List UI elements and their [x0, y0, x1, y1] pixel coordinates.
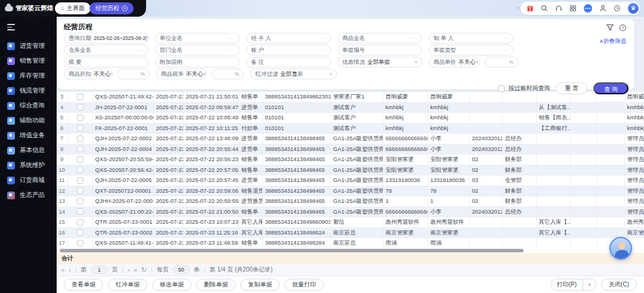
query-button[interactable]: 查 询	[593, 82, 628, 94]
table-row[interactable]: 9QXS-202507-20:55:59-000022025-07-222025…	[57, 155, 644, 165]
row-checkbox[interactable]	[77, 240, 83, 246]
filter-remark[interactable]: 备 注	[246, 57, 331, 67]
product-discount-percent-input[interactable]: %	[117, 69, 150, 79]
table-row[interactable]: 14QXS-202507-21:00:22-000032025-07-22202…	[57, 206, 644, 217]
sidebar-item-cashflow[interactable]: 钱流管理	[0, 84, 57, 98]
menu-toggle-icon[interactable]	[7, 24, 15, 30]
prev-page-button[interactable]: ‹	[69, 267, 71, 273]
row-checkbox[interactable]	[77, 208, 83, 215]
table-row[interactable]: 11QJH-2025-07-22-00052025-07-222025-07-2…	[57, 175, 644, 186]
filter-extra-note[interactable]: 附加说明	[155, 57, 240, 67]
sidebar-item-sales[interactable]: 销售管理	[0, 54, 57, 69]
table-row[interactable]: 7QJH-2025-07-22-00022025-07-222025-07-22…	[57, 134, 644, 144]
table-row[interactable]: 8QJH-2025-07-22-00042025-07-222025-07-22…	[57, 144, 644, 155]
row-checkbox[interactable]	[77, 198, 83, 205]
row-checkbox[interactable]	[77, 187, 83, 194]
table-row[interactable]: 5XS-202507-00:00:00-000012025-07-222025-…	[57, 113, 644, 124]
row-checkbox[interactable]	[77, 115, 83, 121]
print-button[interactable]: 打印(P)	[551, 279, 583, 290]
row-checkbox[interactable]	[77, 94, 83, 100]
apps-icon[interactable]	[569, 5, 577, 12]
message-icon[interactable]: •••	[584, 4, 592, 13]
batch-print-button[interactable]: 批量打印	[284, 279, 324, 291]
sidebar-item-auxiliary[interactable]: 辅助功能	[0, 113, 57, 128]
tab-close-icon[interactable]: ×	[122, 5, 128, 11]
table-row[interactable]: 6FK-2025-07-22-00012025-07-222025-07-22 …	[57, 123, 644, 134]
print-dropdown-icon[interactable]: ∨	[583, 279, 596, 290]
row-checkbox[interactable]	[77, 125, 83, 131]
sidebar-item-inventory[interactable]: 库存管理	[0, 69, 57, 84]
refresh-icon[interactable]: ↻	[141, 266, 147, 274]
help-icon[interactable]: ?	[620, 24, 626, 31]
filter-unit-name[interactable]: 单位全名···	[155, 33, 240, 44]
row-checkbox[interactable]	[77, 104, 83, 110]
filter-product-name[interactable]: 商品全名···	[338, 33, 422, 44]
filter-maker[interactable]: 制 单 人···	[429, 33, 513, 44]
sidebar-item-basic-info[interactable]: 基本信息	[0, 143, 57, 158]
table-row[interactable]: 12QXT-20250722-000012025-07-222025-07-22…	[57, 186, 644, 196]
row-checkbox[interactable]	[77, 177, 83, 184]
red-flush-doc-button[interactable]: 红冲单据	[108, 279, 147, 291]
next-page-button[interactable]: ›	[128, 267, 129, 273]
filter-doc-type[interactable]: 单据类型···	[429, 45, 513, 55]
filter-date-range[interactable]: 查询日期 2025-02-26~2025-08-2	[64, 33, 148, 44]
sidebar-item-mall[interactable]: 订货商城	[0, 173, 57, 188]
first-page-button[interactable]: «	[61, 267, 65, 273]
sidebar-item-query[interactable]: 综合查询	[0, 98, 57, 113]
table-row[interactable]: 15QTR-2025-07-23-00012025-07-232025-07-2…	[57, 217, 644, 228]
filter-handler[interactable]: 经 手 人···	[246, 33, 331, 44]
table-row[interactable]: 17QXS-202507-11:49:41-000032025-07-23202…	[57, 238, 644, 249]
collapse-filter-link[interactable]: ∧折叠筛选	[599, 38, 626, 45]
delete-doc-button[interactable]: 删除单据	[196, 279, 236, 291]
table-row[interactable]: 13QJHH-2025-07-22-00012025-07-222025-07-…	[57, 196, 644, 207]
row-checkbox[interactable]	[77, 135, 83, 142]
tab-business-history[interactable]: 经营历程 ×	[89, 2, 134, 14]
filter-doc-no[interactable]: 单据编号	[338, 45, 422, 55]
view-doc-button[interactable]: 查看单据	[64, 279, 103, 291]
filter-product-discount[interactable]: 商品折扣不关心∨	[64, 69, 113, 79]
search-icon[interactable]	[541, 5, 548, 12]
row-checkbox[interactable]	[77, 219, 83, 226]
close-button[interactable]: 关闭(C)	[601, 279, 637, 291]
tab-home[interactable]: ⌂ 主界面	[55, 2, 91, 14]
filter-warehouse[interactable]: 仓库全名···	[64, 45, 148, 55]
row-checkbox[interactable]	[77, 146, 83, 152]
filter-tax-rate[interactable]: 商品税率不关心∨	[156, 69, 207, 79]
table-row[interactable]: 16QTR-2025-07-23-00022025-07-232025-07-2…	[57, 227, 644, 238]
pagination-bar: « ‹ | 第 1 页 | › » ↻ | 每页 50 条 | 第 1/4 页 …	[57, 264, 644, 276]
row-checkbox[interactable]	[77, 229, 83, 236]
headset-icon[interactable]	[555, 5, 562, 12]
edit-doc-button[interactable]: 修改单据	[152, 279, 191, 291]
layout-icon[interactable]: ∷	[516, 5, 520, 12]
sidebar-item-system[interactable]: 系统维护	[0, 158, 57, 173]
sidebar-item-purchase[interactable]: 进货管理	[0, 39, 57, 54]
clock-icon[interactable]	[614, 5, 621, 12]
filter-discount-status[interactable]: 优惠情况全部单据∨	[338, 57, 422, 67]
support-avatar[interactable]	[609, 237, 632, 260]
page-size-input[interactable]: 50	[173, 266, 190, 274]
row-checkbox[interactable]	[77, 166, 83, 173]
tax-rate-percent-input[interactable]: %	[212, 69, 244, 79]
user-icon[interactable]	[599, 5, 606, 12]
table-row[interactable]: 10QXS-202507-20:56:42-000022025-07-22202…	[57, 165, 644, 175]
last-page-button[interactable]: »	[134, 267, 137, 273]
table-row[interactable]: 4JH-2025-07-22-00012025-07-222025-07-22 …	[57, 102, 644, 113]
row-checkbox[interactable]	[77, 156, 83, 163]
copy-doc-button[interactable]: 复制单据	[240, 279, 280, 291]
unit-price-percent-input[interactable]: %	[485, 57, 518, 67]
sidebar-item-value-added[interactable]: 增值业务	[0, 128, 57, 143]
gift-icon[interactable]	[527, 5, 534, 12]
filter-account[interactable]: 账 户···	[246, 45, 331, 55]
post-time-checkbox[interactable]	[498, 85, 504, 92]
filter-summary[interactable]: 摘 要	[64, 57, 148, 67]
filter-unit-price[interactable]: 商品单价不关心∨	[429, 57, 480, 67]
horizontal-scrollbar[interactable]	[60, 249, 524, 252]
filter-funnel-icon[interactable]	[606, 24, 614, 31]
sidebar-item-eco-products[interactable]: 生态产品	[0, 188, 57, 203]
page-number-input[interactable]: 1	[91, 266, 108, 274]
chevron-down-icon: ∨	[329, 72, 332, 76]
filter-red-flush[interactable]: 红冲过滤全部显示∨	[250, 69, 337, 79]
filter-dept-name[interactable]: 部门全名···	[155, 45, 240, 55]
reset-button[interactable]: 重 置	[556, 82, 587, 94]
avatar-button[interactable]: ♛	[628, 3, 639, 14]
